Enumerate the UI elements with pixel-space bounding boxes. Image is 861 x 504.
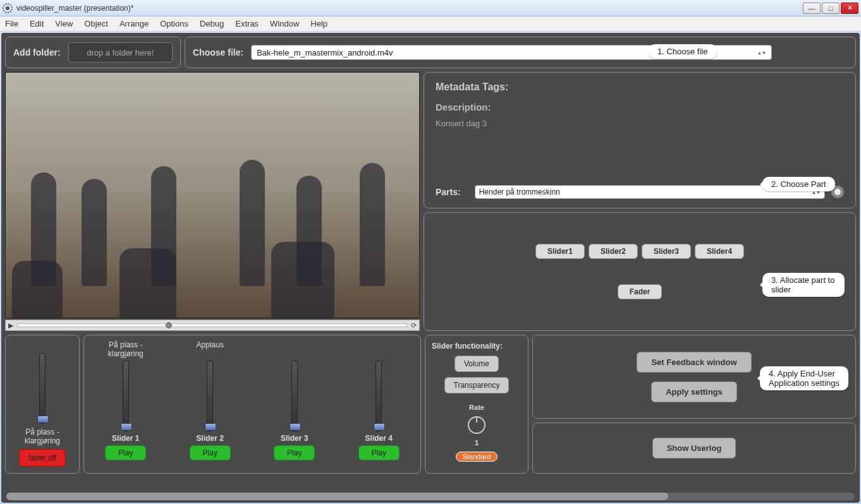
alloc-slider1-button[interactable]: Slider1 [535,244,585,259]
titlebar: videospiller_master (presentation)* — □ … [0,0,861,16]
volume-button[interactable]: Volume [455,356,499,372]
slider1-thumb[interactable] [121,423,132,431]
metadata-title: Metadata Tags: [436,81,844,93]
window-title: videospiller_master (presentation)* [16,4,803,13]
folder-drop-zone[interactable]: drop a folder here! [68,42,173,63]
alloc-slider3-button[interactable]: Slider3 [642,244,691,259]
add-folder-label: Add folder: [13,47,61,57]
callout-choose-part: 2. Choose Part [762,177,835,191]
menu-debug[interactable]: Debug [200,19,224,28]
loop-icon[interactable]: ⟳ [411,321,417,330]
rate-label: Rate [469,404,484,411]
rate-value: 1 [475,439,479,447]
fader-caption: På plass - klargjøring [11,428,74,445]
slider1-name: Slider 1 [112,434,139,443]
video-preview[interactable] [5,72,420,318]
stepper-icon: ▲▼ [757,51,766,55]
userlog-panel: Show Userlog [532,423,856,474]
sliders-panel: På plass - klargjøring Slider 1 Play App… [83,335,421,474]
slider3-thumb[interactable] [290,423,301,431]
rate-knob[interactable] [468,416,485,434]
show-userlog-button[interactable]: Show Userlog [652,438,736,459]
apply-settings-button[interactable]: Apply settings [651,381,737,402]
fader-off-button[interactable]: fader off [19,449,66,467]
scrub-thumb[interactable] [166,322,172,328]
menu-window[interactable]: Window [270,19,299,28]
menu-view[interactable]: View [55,19,73,28]
slider4-track[interactable] [376,361,382,431]
alloc-fader-button[interactable]: Fader [618,284,663,299]
slider4-thumb[interactable] [374,423,385,431]
menu-object[interactable]: Object [84,19,108,28]
allocate-panel: Slider1 Slider2 Slider3 Slider4 Fader [424,212,856,331]
functionality-panel: Slider functionality: Volume Transparenc… [425,335,528,474]
parts-value: Hender på trommeskinn [479,188,560,196]
callout-apply-settings: 4. Apply End-User Application settings [760,366,848,390]
standard-badge[interactable]: Standard [456,452,498,462]
parts-label: Parts: [436,187,461,197]
slider2-track[interactable] [207,361,213,431]
slider1-track[interactable] [123,361,129,431]
functionality-title: Slider functionality: [432,342,503,351]
menu-help[interactable]: Help [310,19,327,28]
slider2-caption: Applaus [197,340,224,358]
menu-file[interactable]: File [5,19,18,28]
choose-file-label: Choose file: [193,47,243,57]
alloc-slider4-button[interactable]: Slider4 [695,244,744,259]
slider2-name: Slider 2 [197,434,224,443]
app-icon [3,3,13,13]
horizontal-scrollbar[interactable] [6,493,855,500]
set-feedback-button[interactable]: Set Feedback window [637,352,751,373]
main-container: Add folder: drop a folder here! Choose f… [1,33,860,503]
slider2-play-button[interactable]: Play [190,445,231,460]
close-button[interactable]: ✕ [841,3,858,14]
description-label: Description: [436,102,844,112]
alloc-slider2-button[interactable]: Slider2 [589,244,638,259]
menubar: File Edit View Object Arrange Options De… [0,16,861,32]
callout-allocate: 3. Allocate part to slider [762,273,845,297]
menu-options[interactable]: Options [160,19,188,28]
menu-arrange[interactable]: Arrange [119,19,149,28]
menu-extras[interactable]: Extras [235,19,259,28]
slider1-caption: På plass - klargjøring [93,340,159,358]
slider3-name: Slider 3 [281,434,308,443]
file-select-value: Bak-hele_m_mastermix_android.m4v [257,48,393,57]
play-icon[interactable]: ▶ [8,321,13,330]
slider2-thumb[interactable] [205,423,216,431]
fader-thumb[interactable] [37,416,49,423]
description-text: Konsert dag 3 [436,119,844,128]
slider4-name: Slider 4 [365,434,393,443]
menu-edit[interactable]: Edit [30,19,44,28]
add-folder-panel: Add folder: drop a folder here! [5,37,181,68]
scrub-track[interactable] [17,323,407,327]
slider1-play-button[interactable]: Play [105,445,146,460]
fader-track[interactable] [39,353,46,424]
callout-choose-file: 1. Choose file [649,44,717,59]
slider4-play-button[interactable]: Play [358,445,400,460]
maximize-button[interactable]: □ [822,3,840,14]
choose-file-panel: Choose file: Bak-hele_m_mastermix_androi… [185,37,856,68]
transparency-button[interactable]: Transparency [444,377,510,393]
slider3-track[interactable] [291,361,298,431]
scrollbar-thumb[interactable] [6,493,668,500]
slider3-play-button[interactable]: Play [274,445,315,460]
minimize-button[interactable]: — [803,3,821,14]
video-scrubber[interactable]: ▶ ⟳ [5,320,420,331]
fader-panel: På plass - klargjøring fader off [5,335,80,474]
